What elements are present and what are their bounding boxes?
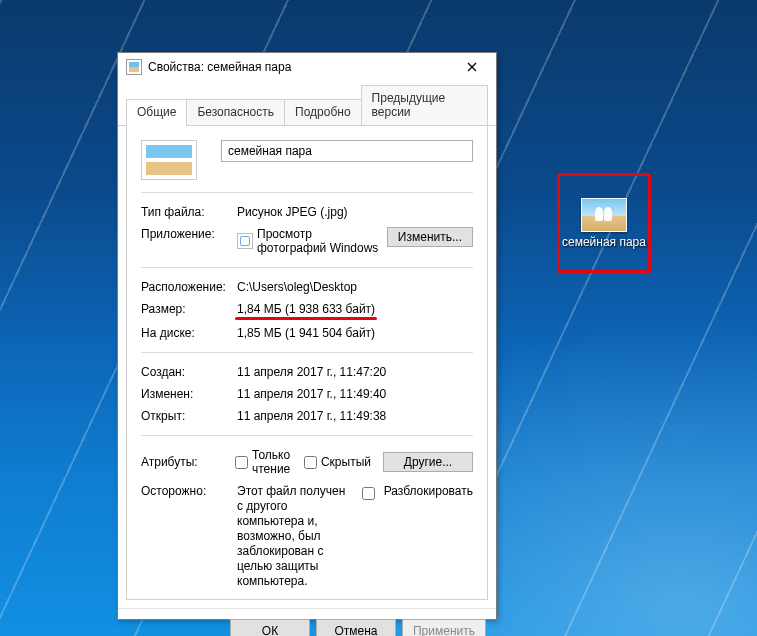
accessed-label: Открыт: (141, 409, 229, 423)
file-type-value: Рисунок JPEG (.jpg) (237, 205, 473, 219)
hidden-checkbox-wrap[interactable]: Скрытый (304, 455, 371, 469)
apply-button[interactable]: Применить (402, 619, 486, 636)
modified-value: 11 апреля 2017 г., 11:49:40 (237, 387, 473, 401)
attributes-label: Атрибуты: (141, 455, 229, 469)
other-attributes-button[interactable]: Другие... (383, 452, 473, 472)
created-value: 11 апреля 2017 г., 11:47:20 (237, 365, 473, 379)
unblock-checkbox-wrap[interactable]: Разблокировать (358, 484, 473, 503)
tab-security[interactable]: Безопасность (186, 99, 285, 125)
created-label: Создан: (141, 365, 229, 379)
file-type-label: Тип файла: (141, 205, 229, 219)
change-app-button[interactable]: Изменить... (387, 227, 473, 247)
size-on-disk-value: 1,85 МБ (1 941 504 байт) (237, 326, 473, 340)
general-panel: Тип файла: Рисунок JPEG (.jpg) Приложени… (126, 126, 488, 600)
separator (141, 352, 473, 353)
location-value: C:\Users\oleg\Desktop (237, 280, 473, 294)
app-value: Просмотр фотографий Windows (257, 227, 379, 255)
size-value: 1,84 МБ (1 938 633 байт) (237, 302, 375, 318)
desktop-icon-highlight: семейная пара (557, 173, 651, 273)
size-on-disk-label: На диске: (141, 326, 229, 340)
file-thumbnail (141, 140, 197, 180)
separator (141, 192, 473, 193)
tab-details[interactable]: Подробно (284, 99, 362, 125)
readonly-checkbox[interactable] (235, 456, 248, 469)
hidden-label: Скрытый (321, 455, 371, 469)
readonly-label: Только чтение (252, 448, 298, 476)
app-label: Приложение: (141, 227, 229, 241)
properties-dialog: Свойства: семейная пара Общие Безопаснос… (117, 52, 497, 620)
ok-button[interactable]: ОК (230, 619, 310, 636)
desktop-file-icon[interactable] (581, 198, 627, 232)
title-icon (126, 59, 142, 75)
separator (141, 435, 473, 436)
desktop-background: семейная пара Свойства: семейная пара Об… (0, 0, 757, 636)
modified-label: Изменен: (141, 387, 229, 401)
dialog-button-bar: ОК Отмена Применить (118, 608, 496, 636)
hidden-checkbox[interactable] (304, 456, 317, 469)
tab-previous-versions[interactable]: Предыдущие версии (361, 85, 488, 125)
tabs: Общие Безопасность Подробно Предыдущие в… (118, 81, 496, 126)
accessed-value: 11 апреля 2017 г., 11:49:38 (237, 409, 473, 423)
close-button[interactable] (450, 53, 494, 81)
warning-label: Осторожно: (141, 484, 229, 498)
app-icon (237, 233, 253, 249)
separator (141, 267, 473, 268)
window-title: Свойства: семейная пара (148, 60, 450, 74)
warning-text: Этот файл получен с другого компьютера и… (237, 484, 350, 589)
tab-general[interactable]: Общие (126, 99, 187, 125)
readonly-checkbox-wrap[interactable]: Только чтение (235, 448, 298, 476)
desktop-file-label: семейная пара (562, 236, 646, 249)
unblock-checkbox[interactable] (362, 487, 375, 500)
cancel-button[interactable]: Отмена (316, 619, 396, 636)
size-label: Размер: (141, 302, 229, 316)
unblock-label: Разблокировать (384, 484, 473, 498)
file-name-input[interactable] (221, 140, 473, 162)
location-label: Расположение: (141, 280, 229, 294)
titlebar[interactable]: Свойства: семейная пара (118, 53, 496, 81)
